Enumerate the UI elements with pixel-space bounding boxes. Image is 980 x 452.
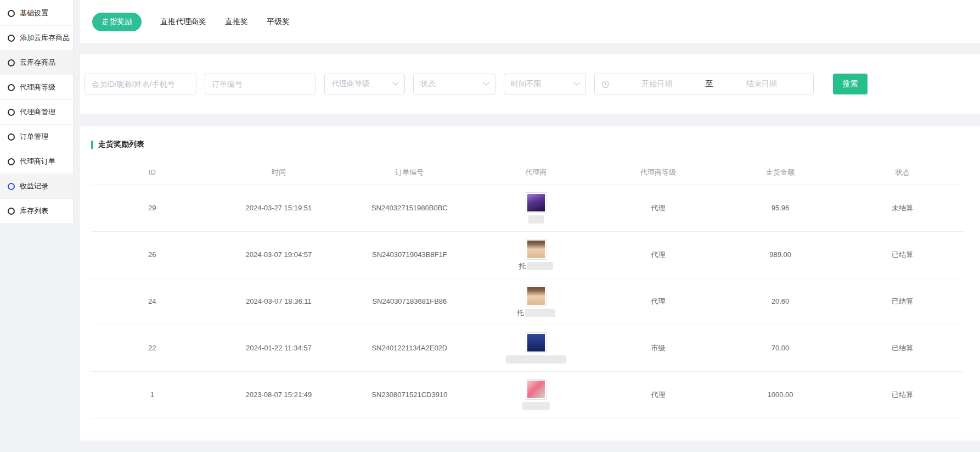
time-range-select-value: 时间不限 [511, 79, 542, 89]
sidebar-item-云库存商品[interactable]: 云库存商品 [0, 51, 73, 75]
tabs-bar: 走货奖励直推代理商奖直推奖平级奖 [80, 0, 980, 43]
tab-走货奖励[interactable]: 走货奖励 [92, 13, 142, 31]
cell-order-number: SN24030719043B8F1F [344, 231, 475, 278]
agent-info [475, 379, 598, 411]
agent-name [522, 402, 550, 411]
cell-status: 未结算 [841, 185, 964, 231]
agent-avatar[interactable] [526, 192, 547, 213]
column-header-状态: 状态 [841, 160, 964, 185]
end-date-field[interactable]: 结束日期 [717, 79, 807, 89]
table-body: 29 2024-03-27 15:19:51 SN240327151980B0B… [91, 185, 964, 418]
avatar-image [527, 194, 545, 211]
cell-time: 2024-01-22 11:34:57 [213, 325, 345, 371]
agent-info: 托 [475, 286, 598, 317]
filter-panel: 代理商等级 状态 时间不限 开始日期 至 结束日期 搜索 [80, 54, 980, 114]
sidebar-item-label: 添加云库存商品 [20, 33, 70, 43]
title-accent-bar [91, 141, 93, 149]
tab-直推奖[interactable]: 直推奖 [225, 17, 248, 27]
agent-avatar[interactable] [526, 239, 547, 260]
agent-name: 托 [519, 262, 553, 271]
cell-time: 2024-03-07 19:04:57 [213, 231, 345, 278]
sidebar-item-label: 代理商管理 [20, 107, 55, 117]
cell-agent-level: 代理 [597, 185, 719, 231]
table-header-row: ID时间订单编号代理商代理商等级走货金额状态 [91, 160, 964, 185]
cell-id: 29 [91, 185, 213, 231]
agent-level-select[interactable]: 代理商等级 [324, 74, 405, 94]
radio-circle-icon [8, 10, 15, 17]
date-range-picker[interactable]: 开始日期 至 结束日期 [594, 74, 814, 94]
redacted-name [525, 309, 555, 317]
cell-id: 24 [91, 278, 213, 325]
column-header-时间: 时间 [213, 160, 345, 185]
cell-agent-level: 代理 [597, 278, 719, 325]
cell-id: 26 [91, 231, 213, 278]
table-row: 26 2024-03-07 19:04:57 SN24030719043B8F1… [91, 231, 964, 278]
cell-agent [475, 371, 598, 418]
sidebar-item-代理商管理[interactable]: 代理商管理 [0, 100, 73, 125]
status-select[interactable]: 状态 [413, 74, 495, 94]
order-number-input[interactable] [205, 74, 316, 94]
agent-name [528, 215, 544, 224]
redacted-name [527, 262, 553, 270]
start-date-field[interactable]: 开始日期 [612, 79, 702, 89]
avatar-image [527, 381, 545, 398]
chevron-down-icon [392, 80, 398, 86]
cell-order-number: SN240327151980B0BC [344, 185, 475, 231]
page-title: 走货奖励列表 [98, 139, 144, 149]
column-header-订单编号: 订单编号 [344, 160, 475, 185]
cell-agent-level: 代理 [597, 371, 719, 418]
sidebar-item-代理商订单[interactable]: 代理商订单 [0, 149, 73, 174]
agent-info [475, 192, 598, 224]
cell-agent: 托 [475, 231, 598, 278]
time-range-select[interactable]: 时间不限 [504, 74, 586, 94]
sidebar: 基础设置 添加云库存商品 云库存商品 代理商等级 代理商管理 订单管理 代理商订… [0, 0, 74, 224]
cell-agent [475, 325, 598, 371]
sidebar-item-label: 代理商订单 [20, 157, 55, 166]
table-row: 29 2024-03-27 15:19:51 SN240327151980B0B… [91, 185, 964, 231]
radio-circle-icon [8, 208, 15, 215]
agent-avatar[interactable] [526, 286, 547, 306]
column-header-代理商: 代理商 [475, 160, 598, 185]
agent-name-prefix: 托 [517, 308, 524, 318]
table-row: 22 2024-01-22 11:34:57 SN2401221134A2E02… [91, 325, 964, 371]
avatar-image [527, 334, 545, 351]
date-to-label: 至 [702, 79, 717, 89]
agent-avatar[interactable] [526, 332, 547, 353]
cell-agent: 托 [475, 278, 598, 325]
agent-info [475, 332, 598, 364]
sidebar-menu: 基础设置 添加云库存商品 云库存商品 代理商等级 代理商管理 订单管理 代理商订… [0, 1, 73, 224]
member-search-input[interactable] [85, 74, 196, 94]
sidebar-item-代理商等级[interactable]: 代理商等级 [0, 75, 73, 100]
cell-time: 2023-08-07 15:21:49 [213, 371, 345, 418]
cell-amount: 95.96 [719, 185, 842, 231]
cell-agent [475, 185, 598, 231]
chevron-down-icon [573, 80, 579, 86]
cell-id: 1 [91, 371, 213, 418]
agent-avatar[interactable] [526, 379, 547, 400]
tab-直推代理商奖[interactable]: 直推代理商奖 [160, 17, 206, 27]
table-row: 1 2023-08-07 15:21:49 SN2308071521CD3910… [91, 371, 964, 418]
radio-circle-icon [8, 133, 15, 141]
search-button[interactable]: 搜索 [833, 74, 868, 94]
sidebar-item-label: 基础设置 [20, 8, 48, 18]
sidebar-item-label: 代理商等级 [20, 82, 55, 92]
main-content: 走货奖励直推代理商奖直推奖平级奖 代理商等级 状态 时间不限 开始日期 至 结束 [80, 0, 980, 440]
agent-name: 托 [517, 309, 555, 317]
sidebar-item-订单管理[interactable]: 订单管理 [0, 125, 73, 149]
section-title: 走货奖励列表 [91, 139, 964, 149]
tab-平级奖[interactable]: 平级奖 [267, 17, 290, 27]
sidebar-item-库存列表[interactable]: 库存列表 [0, 199, 73, 224]
sidebar-item-收益记录[interactable]: 收益记录 [0, 174, 73, 199]
column-header-代理商等级: 代理商等级 [597, 160, 719, 185]
cell-time: 2024-03-07 18:36:11 [213, 278, 345, 325]
sidebar-item-label: 收益记录 [20, 181, 48, 191]
column-header-ID: ID [91, 160, 213, 185]
cell-time: 2024-03-27 15:19:51 [213, 185, 345, 231]
status-select-value: 状态 [420, 79, 436, 89]
cell-id: 22 [91, 325, 213, 371]
sidebar-item-基础设置[interactable]: 基础设置 [0, 1, 73, 26]
cell-amount: 20.60 [719, 278, 842, 325]
radio-circle-icon [8, 84, 15, 91]
sidebar-item-添加云库存商品[interactable]: 添加云库存商品 [0, 26, 73, 51]
cell-status: 已结算 [841, 325, 964, 371]
